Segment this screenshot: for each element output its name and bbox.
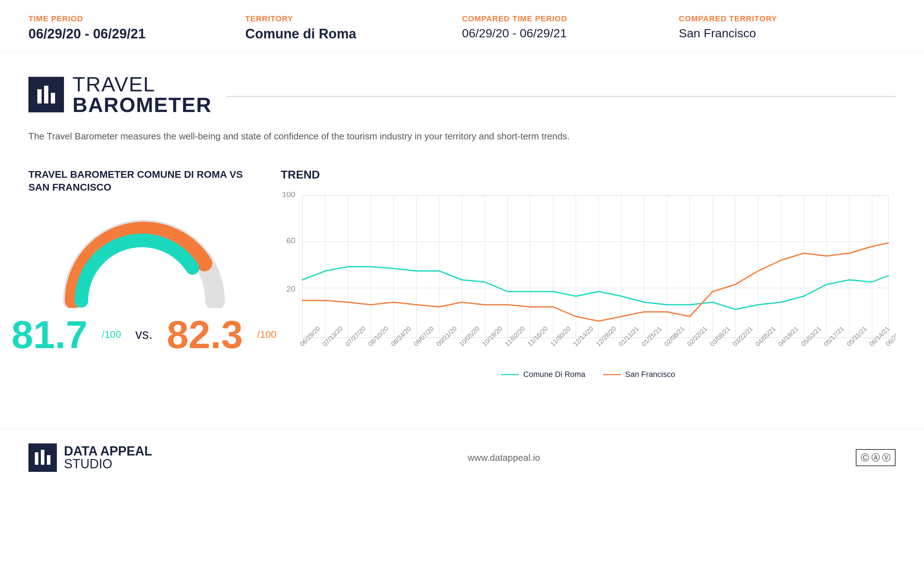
logo-text: TRAVEL BAROMETER (73, 74, 212, 115)
compared-time-period-value: 06/29/20 - 06/29/21 (462, 26, 679, 40)
legend-sf-label: San Francisco (625, 370, 675, 379)
svg-text:60: 60 (286, 236, 295, 245)
logo-travel: TRAVEL (73, 74, 212, 94)
compared-time-period-label: COMPARED TIME PERIOD (462, 14, 679, 23)
gauge-values: 81.7 /100 vs. 82.3 /100 (28, 315, 259, 354)
logo-section: TRAVEL BAROMETER (28, 74, 896, 115)
svg-text:20: 20 (286, 285, 295, 293)
compared-territory-col: COMPARED TERRITORY San Francisco (679, 14, 896, 41)
gauge-section: TRAVEL BAROMETER COMUNE DI ROMA VS SAN F… (28, 168, 259, 354)
time-period-label: TIME PERIOD (28, 14, 245, 23)
legend-roma-label: Comune Di Roma (523, 370, 585, 379)
brand-icon (28, 77, 64, 113)
cc-icon: Ⓒ (861, 452, 869, 464)
time-period-value: 06/29/20 - 06/29/21 (28, 26, 245, 41)
gauge-vs: vs. (135, 327, 153, 342)
cc-by-icon: Ⓐ (871, 452, 880, 464)
legend-roma-line (501, 374, 519, 375)
compared-territory-value: San Francisco (679, 26, 896, 40)
legend-roma: Comune Di Roma (501, 370, 585, 379)
footer-logo: DATA APPEAL STUDIO (28, 444, 152, 472)
svg-rect-3 (302, 195, 888, 338)
description-text: The Travel Barometer measures the well-b… (28, 129, 896, 143)
footer-studio-label: STUDIO (64, 458, 152, 470)
footer-cc-badge: Ⓒ Ⓐ Ⓥ (856, 449, 896, 466)
main-content: TRAVEL BAROMETER The Travel Barometer me… (0, 53, 924, 401)
charts-section: TRAVEL BAROMETER COMUNE DI ROMA VS SAN F… (28, 168, 896, 379)
footer: DATA APPEAL STUDIO www.datappeal.io Ⓒ Ⓐ … (0, 429, 924, 486)
trend-section: TREND 100 60 20 (281, 168, 896, 379)
territory-label: TERRITORY (245, 14, 462, 23)
time-period-col: TIME PERIOD 06/29/20 - 06/29/21 (28, 14, 245, 41)
footer-brand-icon (28, 444, 57, 472)
gauge-chart (55, 209, 233, 308)
svg-rect-66 (41, 450, 45, 465)
svg-text:100: 100 (282, 192, 295, 199)
footer-url: www.datappeal.io (468, 452, 540, 464)
cc-nd-icon: Ⓥ (882, 452, 891, 464)
gauge-title: TRAVEL BAROMETER COMUNE DI ROMA VS SAN F… (28, 168, 259, 194)
gauge-primary-value: 81.7 (12, 315, 87, 354)
svg-rect-65 (35, 452, 38, 465)
trend-chart: 100 60 20 (281, 192, 896, 363)
territory-value: Comune di Roma (245, 26, 462, 41)
legend-sf-line (603, 374, 621, 375)
svg-rect-1 (44, 86, 48, 103)
header-bar: TIME PERIOD 06/29/20 - 06/29/21 TERRITOR… (0, 0, 924, 53)
svg-rect-0 (37, 89, 41, 103)
svg-rect-2 (51, 93, 55, 103)
legend-sf: San Francisco (603, 370, 675, 379)
gauge-secondary-value: 82.3 (167, 315, 243, 354)
gauge-primary-unit: /100 (102, 317, 121, 352)
trend-title: TREND (281, 168, 896, 181)
footer-company-name: DATA APPEAL (64, 445, 152, 458)
compared-territory-label: COMPARED TERRITORY (679, 14, 896, 23)
territory-col: TERRITORY Comune di Roma (245, 14, 462, 41)
footer-company-text: DATA APPEAL STUDIO (64, 445, 152, 470)
chart-legend: Comune Di Roma San Francisco (281, 370, 896, 379)
compared-time-period-col: COMPARED TIME PERIOD 06/29/20 - 06/29/21 (462, 14, 679, 41)
svg-rect-67 (47, 455, 51, 465)
logo-divider (226, 96, 896, 97)
gauge-secondary-unit: /100 (257, 317, 277, 352)
cc-license-badge: Ⓒ Ⓐ Ⓥ (856, 449, 896, 466)
logo-barometer: BAROMETER (73, 94, 212, 115)
